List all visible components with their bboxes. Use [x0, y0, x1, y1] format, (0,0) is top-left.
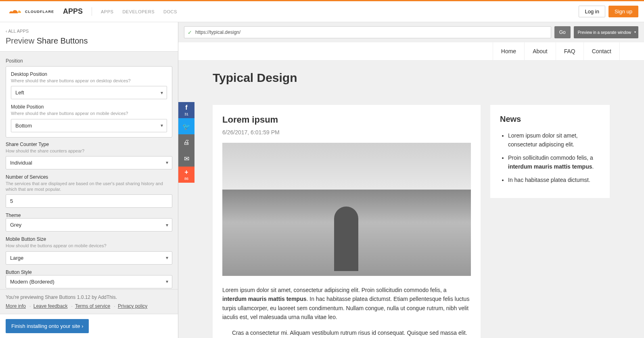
site-nav: Home About FAQ Contact: [178, 42, 644, 61]
nav-contact[interactable]: Contact: [583, 42, 620, 60]
nav-docs[interactable]: DOCS: [163, 9, 177, 14]
news-item: Lorem ipsum dolor sit amet, consectetur …: [508, 131, 600, 149]
desktop-position-help: Where should the share buttons appear on…: [11, 78, 167, 83]
mobile-size-label: Mobile Button Size: [6, 236, 172, 242]
login-button[interactable]: Log in: [579, 6, 605, 17]
mobile-size-help: How should the buttons appear on mobile …: [6, 243, 172, 248]
news-item: Proin sollicitudin commodo felis, a inte…: [508, 153, 600, 171]
nav-developers[interactable]: DEVELOPERS: [122, 9, 155, 14]
mobile-position-help: Where should the share buttons appear on…: [11, 111, 167, 116]
services-label: Number of Services: [6, 174, 172, 180]
preview-label: Preview: [6, 36, 34, 45]
check-icon: ✓: [188, 29, 192, 35]
position-card: Desktop Position Where should the share …: [6, 66, 172, 138]
cloudflare-logo[interactable]: CLOUDFLARE: [6, 7, 54, 16]
services-input[interactable]: [6, 194, 172, 208]
config-panel: Position Desktop Position Where should t…: [0, 51, 178, 289]
preview-title: Preview Share Buttons: [6, 36, 172, 46]
news-box: News Lorem ipsum dolor sit amet, consect…: [490, 105, 610, 198]
counter-select[interactable]: Individual: [6, 156, 172, 169]
back-all-apps[interactable]: ALL APPS: [6, 29, 29, 33]
site-frame: f 31 🐦 🖨 ✉ + 86 Home About FAQ Contact T…: [178, 42, 644, 338]
app-name: Share Buttons: [37, 36, 88, 45]
terms-link[interactable]: Terms of service: [75, 303, 110, 309]
article-timestamp: 6/26/2017, 6:01:59 PM: [222, 129, 471, 136]
counter-help: How should the share counters appear?: [6, 148, 172, 154]
nav-apps[interactable]: APPS: [101, 9, 113, 14]
sidebar-footer: You're previewing Share Buttons 1.0.12 b…: [0, 289, 178, 314]
mobile-position-select[interactable]: Bottom: [11, 119, 167, 132]
article: Lorem ipsum 6/26/2017, 6:01:59 PM Lorem …: [213, 105, 481, 338]
go-button[interactable]: Go: [554, 26, 571, 38]
news-title: News: [500, 115, 600, 124]
nav-faq[interactable]: FAQ: [556, 42, 583, 60]
sidebar: ALL APPS Preview Share Buttons Position …: [0, 22, 178, 338]
article-image: [222, 143, 471, 276]
previewing-text: You're previewing Share Buttons 1.0.12 b…: [6, 294, 172, 300]
article-p2: Cras a consectetur mi. Aliquam vestibulu…: [222, 328, 471, 338]
url-bar[interactable]: ✓: [184, 26, 551, 38]
privacy-link[interactable]: Privacy policy: [118, 303, 147, 309]
feedback-link[interactable]: Leave feedback: [33, 303, 68, 309]
position-group-label: Position: [6, 58, 172, 64]
button-style-label: Button Style: [6, 269, 172, 275]
site-title: Typical Design: [178, 61, 644, 85]
button-style-select[interactable]: Modern (Bordered): [6, 275, 172, 288]
theme-label: Theme: [6, 213, 172, 218]
services-help: The services that are displayed are base…: [6, 181, 172, 192]
nav-about[interactable]: About: [524, 42, 556, 60]
cloud-icon: [6, 7, 23, 16]
brand-text: CLOUDFLARE: [25, 10, 54, 14]
url-input[interactable]: [195, 29, 548, 35]
header-nav: APPS DEVELOPERS DOCS: [101, 9, 177, 14]
mobile-size-select[interactable]: Large: [6, 251, 172, 265]
install-button[interactable]: Finish installing onto your site ›: [6, 319, 89, 333]
separate-window-button[interactable]: Preview in a separate window: [574, 26, 638, 38]
apps-label[interactable]: APPS: [63, 7, 92, 16]
theme-select[interactable]: Grey: [6, 218, 172, 232]
counter-label: Share Counter Type: [6, 142, 172, 147]
mobile-position-label: Mobile Position: [11, 104, 167, 110]
nav-home[interactable]: Home: [493, 42, 524, 60]
news-item: In hac habitasse platea dictumst.: [508, 175, 600, 184]
preview-pane: ✓ Go Preview in a separate window f 31 🐦…: [178, 22, 644, 338]
signup-button[interactable]: Sign up: [608, 6, 638, 17]
more-info-link[interactable]: More info: [6, 303, 26, 309]
article-p1: Lorem ipsum dolor sit amet, consectetur …: [222, 286, 471, 322]
desktop-position-label: Desktop Position: [11, 71, 167, 77]
topbar: CLOUDFLARE APPS APPS DEVELOPERS DOCS Log…: [0, 1, 644, 22]
desktop-position-select[interactable]: Left: [11, 86, 167, 99]
article-title: Lorem ipsum: [222, 115, 471, 125]
